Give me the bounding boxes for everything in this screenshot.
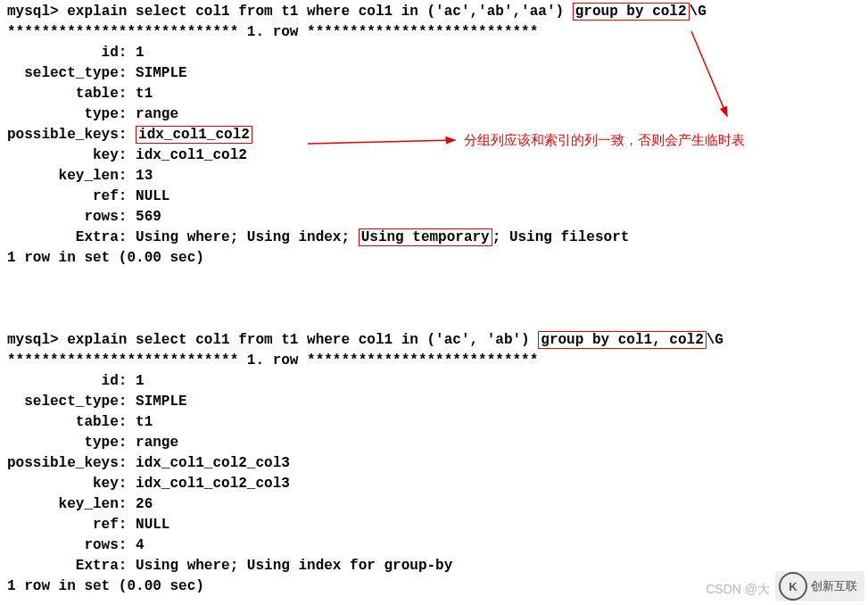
- logo-icon: K: [779, 572, 807, 601]
- row: key_len: 13: [7, 166, 868, 186]
- extra-row: Extra: Using where; Using index; Using t…: [7, 228, 868, 248]
- boxed-group-by-1: group by col2: [573, 3, 690, 21]
- annotation-text: 分组列应该和索引的列一致，否则会产生临时表: [464, 132, 745, 149]
- blank: [7, 310, 868, 330]
- prompt: mysql>: [7, 4, 67, 20]
- blank: [7, 269, 868, 289]
- query2-command: mysql> explain select col1 from t1 where…: [7, 330, 868, 351]
- row: ref: NULL: [7, 515, 868, 535]
- prompt: mysql>: [7, 332, 67, 348]
- boxed-possible-keys: idx_col1_col2: [136, 126, 252, 144]
- boxed-group-by-2: group by col1, col2: [538, 331, 706, 349]
- row: rows: 4: [7, 535, 868, 556]
- row: id: 1: [7, 43, 868, 63]
- row: table: t1: [7, 412, 868, 433]
- watermark-text: CSDN @大: [706, 582, 770, 598]
- row: possible_keys: idx_col1_col2_col3: [7, 453, 868, 474]
- footer-1: 1 row in set (0.00 sec): [7, 248, 868, 269]
- separator-2: *************************** 1. row *****…: [7, 351, 868, 371]
- row: select_type: SIMPLE: [7, 392, 868, 412]
- query1-command: mysql> explain select col1 from t1 where…: [7, 2, 868, 22]
- blank: [7, 289, 868, 310]
- row: id: 1: [7, 371, 868, 392]
- boxed-using-temporary: Using temporary: [359, 228, 492, 246]
- row: key_len: 26: [7, 494, 868, 515]
- row: type: range: [7, 433, 868, 453]
- row: select_type: SIMPLE: [7, 63, 868, 84]
- separator-1: *************************** 1. row *****…: [7, 22, 868, 43]
- row: table: t1: [7, 84, 868, 104]
- row: Extra: Using where; Using index for grou…: [7, 556, 868, 576]
- logo-text: 创新互联: [811, 581, 857, 592]
- logo-badge: K 创新互联: [775, 571, 864, 601]
- row: key: idx_col1_col2_col3: [7, 474, 868, 494]
- terminal-output: mysql> explain select col1 from t1 where…: [0, 0, 868, 597]
- row: rows: 569: [7, 207, 868, 228]
- row: type: range: [7, 104, 868, 125]
- row: ref: NULL: [7, 186, 868, 207]
